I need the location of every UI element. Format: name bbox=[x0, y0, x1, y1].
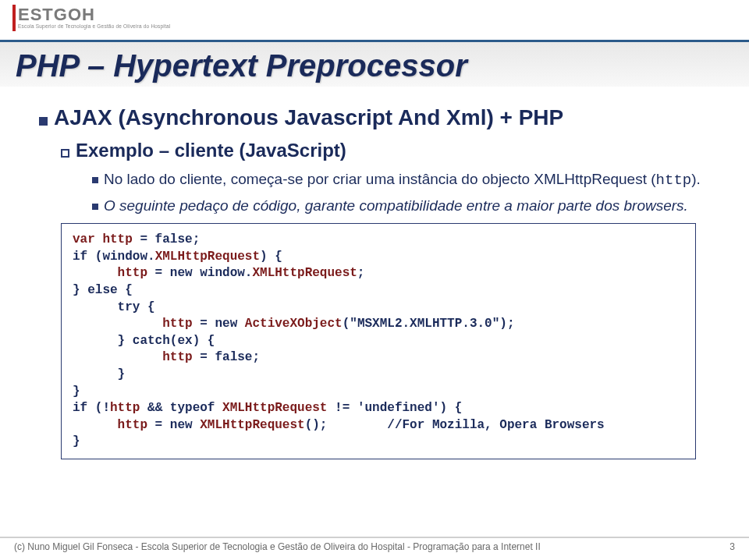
small-square-bullet-icon bbox=[92, 204, 98, 210]
small-square-bullet-icon bbox=[92, 177, 98, 183]
bullet-level-3: O seguinte pedaço de código, garante com… bbox=[92, 196, 718, 216]
l3a-post: ). bbox=[691, 171, 701, 187]
square-outline-bullet-icon bbox=[61, 149, 69, 158]
code-block: var http = false; if (window.XMLHttpRequ… bbox=[61, 223, 696, 459]
slide-content: AJAX (Asynchronous Javascript And Xml) +… bbox=[0, 87, 749, 459]
l3b-text: O seguinte pedaço de código, garante com… bbox=[104, 197, 688, 214]
l1-text: AJAX (Asynchronous Javascript And Xml) +… bbox=[54, 105, 563, 129]
square-bullet-icon bbox=[39, 117, 48, 126]
logo-accent-bar bbox=[12, 5, 16, 31]
logo-text: ESTGOH bbox=[18, 5, 95, 25]
page-title: PHP – Hypertext Preprocessor bbox=[16, 48, 733, 83]
logo: ESTGOH Escola Superior de Tecnologia e G… bbox=[12, 5, 170, 31]
l3a-mono: http bbox=[656, 172, 692, 189]
l2-text: Exemplo – cliente (JavaScript) bbox=[76, 140, 346, 161]
page-number: 3 bbox=[729, 541, 735, 552]
slide-header: ESTGOH Escola Superior de Tecnologia e G… bbox=[0, 0, 749, 42]
bullet-level-2: Exemplo – cliente (JavaScript) bbox=[61, 140, 718, 161]
l3a-pre: No lado do cliente, começa-se por criar … bbox=[104, 171, 656, 187]
footer-text: (c) Nuno Miguel Gil Fonseca - Escola Sup… bbox=[14, 541, 541, 552]
slide-footer: (c) Nuno Miguel Gil Fonseca - Escola Sup… bbox=[0, 537, 749, 552]
bullet-level-3: No lado do cliente, começa-se por criar … bbox=[92, 169, 718, 191]
title-bar: PHP – Hypertext Preprocessor bbox=[0, 42, 749, 87]
logo-subtitle: Escola Superior de Tecnologia e Gestão d… bbox=[18, 23, 170, 29]
bullet-level-1: AJAX (Asynchronous Javascript And Xml) +… bbox=[39, 105, 718, 130]
